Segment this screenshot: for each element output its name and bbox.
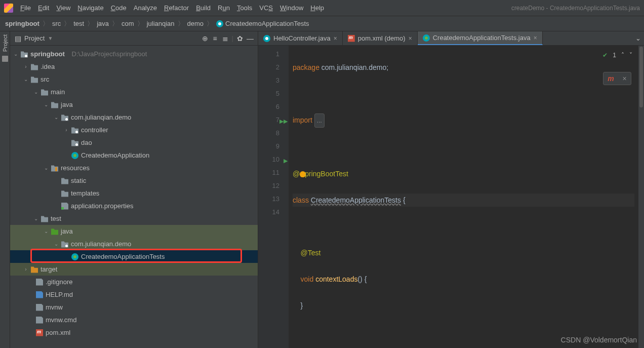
java-class-icon [263,35,270,42]
project-panel: ▤ Project ▼ ⊕ ≡ ≣ | ✿ — ⌄springboot D:\J… [10,31,258,348]
tree-gitignore[interactable]: ›.gitignore [10,276,258,288]
tab-pom[interactable]: pom.xml (demo)× [343,31,418,45]
close-icon[interactable]: × [409,35,412,42]
menu-tools[interactable]: Tools [237,4,252,12]
package-icon [61,114,68,121]
tree-java-main[interactable]: ⌄java [10,98,258,111]
folder-icon [31,76,38,83]
run-gutter-icon[interactable]: ▶▶ [279,114,288,128]
editor-gutter[interactable]: 123567891011121314 ▶▶ ▶ [258,46,289,348]
editor-tabs: HelloController.java× pom.xml (demo)× Cr… [258,31,644,46]
package-icon [61,241,68,248]
tree-main[interactable]: ⌄main [10,86,258,98]
collapse-all-icon[interactable]: ≣ [222,35,229,42]
expand-all-icon[interactable]: ≡ [212,35,219,42]
tab-tests[interactable]: CreatedemoApplicationTests.java× [418,31,543,45]
folder-icon [61,177,68,184]
maven-reload-widget[interactable]: m × [603,72,631,85]
watermark: CSDN @VoldemortQian [561,336,637,344]
crumb-src[interactable]: src [52,20,61,27]
tree-idea[interactable]: ›.idea [10,60,258,73]
spring-boot-class-icon [71,253,78,260]
tree-pkg-main[interactable]: ⌄com.julianqian.demo [10,111,258,124]
properties-file-icon [61,203,68,210]
hide-icon[interactable]: — [247,35,254,42]
project-panel-header: ▤ Project ▼ ⊕ ≡ ≣ | ✿ — [10,31,258,46]
crumb-file[interactable]: CreatedemoApplicationTests [216,20,309,28]
spring-boot-class-icon [423,34,430,42]
tree-target[interactable]: ›target [10,263,258,276]
maven-pom-icon [348,35,355,42]
source-folder-icon [51,101,58,108]
folder-icon [61,190,68,197]
tree-templates[interactable]: ›templates [10,187,258,200]
menu-build[interactable]: Build [196,4,211,12]
tree-static[interactable]: ›static [10,174,258,187]
project-tool-tab[interactable]: Project [2,34,8,52]
fold-placeholder[interactable]: ... [314,113,325,128]
menu-file[interactable]: File [20,4,31,12]
breadcrumb: springboot〉 src〉 test〉 java〉 com〉 julian… [0,16,644,31]
window-title: createDemo - CreatedemoApplicationTests.… [511,5,640,12]
tree-mvnwcmd[interactable]: ›mvnw.cmd [10,314,258,326]
folder-icon [41,215,48,222]
tree-pkg-test[interactable]: ⌄com.julianqian.demo [10,238,258,250]
menu-refactor[interactable]: Refactor [164,4,189,12]
crumb-root[interactable]: springboot [5,20,39,27]
menu-view[interactable]: View [56,4,70,12]
package-icon [71,139,78,146]
structure-tool-icon[interactable] [2,56,8,62]
settings-icon[interactable]: ✿ [236,35,244,42]
tree-resources[interactable]: ⌄resources [10,162,258,174]
tree-java-test[interactable]: ⌄java [10,225,258,238]
test-source-folder-icon [51,228,58,235]
menu-edit[interactable]: Edit [38,4,49,12]
chevron-up-icon[interactable]: ˄ [621,49,624,62]
run-gutter-icon[interactable]: ▶ [284,154,288,167]
package-icon [71,127,78,134]
close-icon[interactable]: × [534,34,537,42]
menu-vcs[interactable]: VCS [259,4,273,12]
crumb-java[interactable]: java [97,20,109,27]
menu-run[interactable]: Run [218,4,230,12]
tree-src[interactable]: ⌄src [10,73,258,86]
tree-test[interactable]: ⌄test [10,212,258,225]
folder-icon [31,63,38,70]
tree-app-main[interactable]: ›CreatedemoApplication [10,149,258,162]
close-icon[interactable]: × [334,35,337,42]
tree-pom[interactable]: ›pom.xml [10,326,258,339]
close-icon[interactable]: × [622,72,626,85]
menu-window[interactable]: Window [280,4,303,12]
project-panel-title[interactable]: Project [24,34,45,42]
crumb-jq[interactable]: julianqian [147,20,175,27]
menu-navigate[interactable]: Navigate [77,4,103,12]
locate-icon[interactable]: ⊕ [202,35,209,42]
maven-pom-icon [36,329,43,336]
crumb-test[interactable]: test [73,20,84,27]
menu-code[interactable]: Code [111,4,127,12]
crumb-com[interactable]: com [122,20,134,27]
tree-root[interactable]: ⌄springboot D:\JavaProject\springboot [10,48,258,60]
editor-code[interactable]: package com.julianqian.demo; import ... … [289,46,638,348]
menu-analyze[interactable]: Analyze [134,4,157,12]
tab-hellocontroller[interactable]: HelloController.java× [258,31,343,45]
tool-window-bar-left: Project [0,31,10,348]
file-icon [36,304,43,311]
tree-dao[interactable]: ›dao [10,136,258,149]
menu-help[interactable]: Help [310,4,324,12]
chevron-down-icon[interactable]: ˅ [629,49,632,62]
tree-appprops[interactable]: ›application.properties [10,200,258,212]
tree-controller[interactable]: ›controller [10,124,258,136]
project-view-icon[interactable]: ▤ [14,35,21,42]
inspection-widget[interactable]: ✔1 ˄ ˅ [602,49,632,62]
menu-bar: File Edit View Navigate Code Analyze Ref… [0,0,644,16]
crumb-demo[interactable]: demo [187,20,204,27]
tabs-more-icon[interactable]: ⌄ [632,31,644,45]
tree-app-test[interactable]: ›CreatedemoApplicationTests [10,250,258,263]
tree-help[interactable]: ›HELP.md [10,288,258,301]
editor-scrollbar[interactable] [638,46,644,348]
resources-folder-icon [51,165,58,172]
project-tree[interactable]: ⌄springboot D:\JavaProject\springboot ›.… [10,46,258,348]
excluded-folder-icon [31,266,38,273]
tree-mvnw[interactable]: ›mvnw [10,301,258,314]
